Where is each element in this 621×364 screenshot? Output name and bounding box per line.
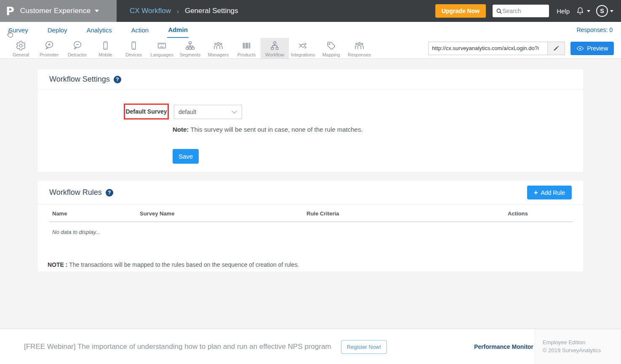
section-title: Workflow Rules: [49, 188, 102, 197]
mobile-phone-icon: [100, 40, 111, 51]
default-survey-select[interactable]: default: [174, 105, 242, 119]
toolbar-item-integrations[interactable]: Integrations: [289, 38, 317, 58]
note-text: The transactions will be mapped to the r…: [67, 261, 299, 268]
chevron-down-icon: [587, 10, 590, 12]
column-header-rule-criteria: Rule Criteria: [307, 210, 508, 217]
search-input[interactable]: [502, 8, 544, 14]
column-header-actions: Actions: [508, 210, 573, 217]
barcode-icon: [241, 40, 252, 51]
people-group-icon: [213, 40, 224, 51]
toolbar-item-devices[interactable]: Devices: [120, 38, 148, 58]
default-survey-note: Note: This survey will be sent out in ca…: [173, 126, 363, 133]
performance-monitor-link[interactable]: Performance Monitor: [474, 329, 533, 364]
toolbar-item-segments[interactable]: Segments: [176, 38, 204, 58]
toolbar-item-responses[interactable]: Responses: [345, 38, 373, 58]
breadcrumb-separator-icon: ›: [177, 8, 179, 15]
edition-box: Employee Edition © 2019 SurveyAnalytics: [535, 329, 621, 364]
tab-action[interactable]: Action: [130, 23, 149, 37]
tag-icon: [326, 40, 336, 51]
rules-table-header: Name Survey Name Rule Criteria Actions: [49, 210, 573, 222]
hierarchy-icon: [185, 40, 195, 51]
mouse-cursor-icon: [6, 29, 14, 39]
gear-icon: [16, 40, 26, 51]
help-link[interactable]: Help: [557, 8, 570, 15]
upgrade-now-button[interactable]: Upgrade Now: [435, 4, 486, 18]
rules-table: Name Survey Name Rule Criteria Actions N…: [49, 210, 573, 235]
toolbar-item-workflow[interactable]: Workflow: [261, 38, 289, 58]
workflow-branch-icon: [269, 40, 280, 51]
shuffle-arrows-icon: [298, 40, 308, 51]
main-nav: Survey Deploy Analytics Action Admin Res…: [0, 22, 621, 38]
save-button[interactable]: Save: [173, 149, 199, 164]
help-icon[interactable]: ?: [106, 189, 113, 197]
toolbar-item-detractor[interactable]: Detractor: [63, 38, 91, 58]
toolbar-item-label: Segments: [180, 52, 201, 57]
toolbar-item-label: Workflow: [265, 52, 284, 57]
tab-deploy[interactable]: Deploy: [47, 23, 68, 37]
account-menu[interactable]: S: [596, 5, 613, 17]
workflow-rules-header: Workflow Rules ? + Add Rule: [38, 181, 583, 205]
edit-url-button[interactable]: [547, 42, 565, 55]
webinar-banner: [FREE Webinar] The importance of underst…: [24, 329, 387, 364]
help-icon[interactable]: ?: [114, 76, 121, 83]
promoter-bubble-plus-icon: [44, 40, 54, 51]
toolbar-item-mobile[interactable]: Mobile: [91, 38, 120, 58]
toolbar-item-languages[interactable]: Languages: [148, 38, 176, 58]
toolbar-item-label: Managers: [208, 52, 229, 57]
survey-url-group: [428, 42, 565, 55]
detractor-bubble-minus-icon: [72, 40, 83, 51]
toolbar-item-label: Promoter: [40, 52, 59, 57]
survey-url-input[interactable]: [428, 42, 547, 55]
brand-switcher[interactable]: P Customer Experience: [0, 0, 117, 22]
top-bar: P Customer Experience CX Workflow › Gene…: [0, 0, 621, 22]
note-label: Note:: [173, 126, 189, 133]
workflow-rules-card: Workflow Rules ? + Add Rule Name Survey …: [38, 181, 583, 271]
toolbar-item-label: Mapping: [322, 52, 340, 57]
chevron-down-icon: [231, 110, 237, 114]
pencil-icon: [553, 45, 560, 52]
toolbar-item-general[interactable]: General: [7, 38, 35, 58]
toolbar-item-label: Detractor: [68, 52, 87, 57]
avatar: S: [596, 5, 608, 17]
admin-toolbar: General Promoter Detractor Mobile Device…: [0, 38, 621, 58]
toolbar-item-promoter[interactable]: Promoter: [35, 38, 63, 58]
search-icon: [496, 8, 502, 14]
people-group-icon: [354, 40, 365, 51]
plus-icon: +: [534, 189, 538, 197]
toolbar-item-label: Languages: [150, 52, 173, 57]
eye-icon: [576, 45, 584, 51]
toolbar-item-label: Devices: [125, 52, 142, 57]
search-box[interactable]: [493, 5, 549, 17]
workflow-settings-header: Workflow Settings ?: [38, 69, 583, 90]
preview-label: Preview: [587, 45, 608, 52]
copyright-label: © 2019 SurveyAnalytics: [543, 346, 621, 354]
notifications-menu[interactable]: [576, 6, 590, 16]
default-survey-label: Default Survey: [125, 108, 167, 115]
page-title: General Settings: [185, 7, 238, 15]
tab-admin[interactable]: Admin: [167, 22, 189, 38]
selected-survey-value: default: [179, 109, 196, 115]
chevron-down-icon: [610, 10, 613, 12]
breadcrumb: CX Workflow › General Settings: [130, 7, 238, 15]
add-rule-label: Add Rule: [541, 189, 565, 196]
header-block: Survey Deploy Analytics Action Admin Res…: [0, 22, 621, 59]
column-header-survey-name: Survey Name: [140, 210, 307, 217]
webinar-text: [FREE Webinar] The importance of underst…: [24, 343, 331, 351]
toolbar-item-label: General: [13, 52, 29, 57]
toolbar-item-managers[interactable]: Managers: [204, 38, 232, 58]
column-header-name: Name: [49, 210, 140, 217]
chevron-down-icon: [95, 10, 99, 12]
toolbar-item-products[interactable]: Products: [232, 38, 261, 58]
device-phone-icon: [128, 40, 139, 51]
toolbar-item-mapping[interactable]: Mapping: [317, 38, 345, 58]
register-now-button[interactable]: Register Now!: [341, 340, 387, 354]
tab-analytics[interactable]: Analytics: [85, 23, 112, 37]
responses-count[interactable]: Responses: 0: [576, 27, 613, 33]
preview-button[interactable]: Preview: [570, 42, 614, 55]
edition-label: Employee Edition: [543, 338, 621, 346]
add-rule-button[interactable]: + Add Rule: [527, 186, 572, 199]
breadcrumb-cx-workflow[interactable]: CX Workflow: [130, 7, 171, 15]
toolbar-item-label: Integrations: [291, 52, 315, 57]
questionpro-logo-icon: P: [6, 5, 14, 18]
product-name: Customer Experience: [20, 7, 91, 15]
